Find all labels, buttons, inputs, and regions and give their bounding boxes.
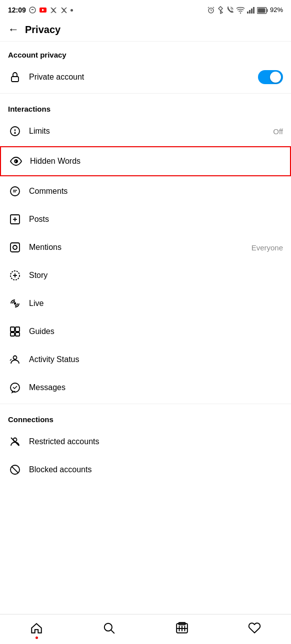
svg-rect-12	[12, 77, 18, 82]
twitter-icon	[50, 6, 58, 14]
signal-icon	[247, 7, 255, 14]
alarm-icon	[207, 6, 215, 14]
reels-icon	[176, 621, 188, 634]
section-connections: Connections	[0, 406, 291, 428]
nav-reels[interactable]	[146, 614, 218, 641]
heart-icon	[248, 621, 261, 634]
svg-line-36	[12, 467, 18, 473]
activity-status-icon	[8, 353, 22, 367]
warning-circle-icon	[8, 124, 22, 138]
live-icon	[8, 296, 22, 310]
back-button[interactable]: ←	[8, 23, 19, 36]
svg-rect-5	[247, 12, 248, 14]
limits-label: Limits	[29, 127, 273, 136]
svg-rect-30	[16, 333, 20, 336]
nav-search[interactable]	[73, 614, 146, 641]
status-bar: 12:09 92%	[0, 0, 291, 18]
mentions-label: Mentions	[29, 243, 252, 252]
dot-indicator	[70, 9, 73, 12]
plus-square-icon	[8, 212, 22, 226]
svg-line-34	[11, 438, 19, 446]
blocked-accounts-label: Blocked accounts	[29, 465, 283, 474]
activity-status-label: Activity Status	[29, 355, 283, 364]
guides-label: Guides	[29, 327, 283, 336]
blocked-icon	[8, 463, 22, 477]
home-dot	[36, 636, 38, 639]
svg-point-37	[104, 623, 112, 630]
menu-item-private-account[interactable]: Private account	[0, 63, 291, 91]
wifi-icon	[236, 7, 245, 14]
menu-item-blocked-accounts[interactable]: Blocked accounts	[0, 456, 291, 484]
svg-rect-28	[16, 327, 20, 332]
svg-rect-11	[258, 8, 266, 13]
private-account-toggle[interactable]	[258, 70, 283, 84]
menu-item-restricted-accounts[interactable]: Restricted accounts	[0, 428, 291, 456]
story-label: Story	[29, 271, 283, 280]
menu-item-guides[interactable]: Guides	[0, 317, 291, 346]
lock-icon	[8, 70, 22, 84]
eye-half-icon	[9, 154, 23, 168]
menu-item-live[interactable]: Live	[0, 289, 291, 317]
content: Account privacy Private account Interact…	[0, 42, 291, 519]
menu-item-hidden-words[interactable]: Hidden Words	[0, 146, 291, 176]
menu-item-activity-status[interactable]: Activity Status	[0, 346, 291, 374]
phone-icon	[226, 6, 234, 14]
home-icon	[30, 621, 43, 634]
live-label: Live	[29, 299, 283, 308]
divider-2	[0, 404, 291, 404]
menu-item-story[interactable]: Story	[0, 261, 291, 289]
bottom-nav	[0, 614, 291, 644]
svg-point-4	[240, 13, 241, 14]
mentions-value: Everyone	[252, 243, 283, 252]
svg-point-26	[14, 303, 16, 304]
svg-point-31	[14, 356, 17, 360]
posts-label: Posts	[29, 215, 283, 224]
divider-1	[0, 93, 291, 94]
nav-activity[interactable]	[218, 614, 292, 641]
search-icon	[102, 621, 116, 634]
twitter-icon2	[60, 6, 68, 14]
restricted-icon	[8, 435, 22, 449]
status-left: 12:09	[8, 6, 73, 14]
nav-home[interactable]	[0, 614, 73, 641]
bluetooth-icon	[217, 6, 224, 14]
menu-item-mentions[interactable]: Mentions Everyone	[0, 233, 291, 261]
svg-rect-7	[251, 9, 252, 14]
guides-icon	[8, 325, 22, 339]
svg-rect-10	[267, 9, 268, 12]
svg-rect-8	[253, 7, 254, 14]
menu-item-limits[interactable]: Limits Off	[0, 117, 291, 145]
battery-icon	[257, 7, 268, 14]
youtube-icon	[39, 6, 47, 14]
svg-point-15	[14, 133, 16, 134]
snap-icon	[28, 6, 36, 14]
hidden-words-label: Hidden Words	[30, 157, 282, 166]
svg-rect-21	[10, 243, 20, 252]
messages-icon	[8, 381, 22, 395]
at-icon	[8, 240, 22, 254]
svg-rect-6	[249, 10, 250, 14]
battery: 92%	[257, 6, 283, 14]
status-right: 92%	[207, 6, 283, 14]
svg-rect-27	[10, 327, 14, 332]
svg-rect-29	[10, 333, 14, 336]
menu-item-posts[interactable]: Posts	[0, 205, 291, 233]
comments-label: Comments	[29, 187, 283, 196]
comment-icon	[8, 184, 22, 198]
header: ← Privacy	[0, 18, 291, 42]
restricted-accounts-label: Restricted accounts	[29, 437, 283, 446]
section-account-privacy: Account privacy	[0, 42, 291, 63]
story-icon	[8, 268, 22, 282]
svg-line-38	[112, 630, 115, 633]
limits-value: Off	[273, 127, 283, 136]
page-title: Privacy	[25, 24, 60, 36]
status-time: 12:09	[8, 6, 26, 14]
svg-point-17	[10, 187, 20, 196]
menu-item-comments[interactable]: Comments	[0, 177, 291, 205]
section-interactions: Interactions	[0, 96, 291, 117]
menu-item-messages[interactable]: Messages	[0, 374, 291, 402]
private-account-label: Private account	[29, 73, 258, 82]
messages-label: Messages	[29, 383, 283, 392]
